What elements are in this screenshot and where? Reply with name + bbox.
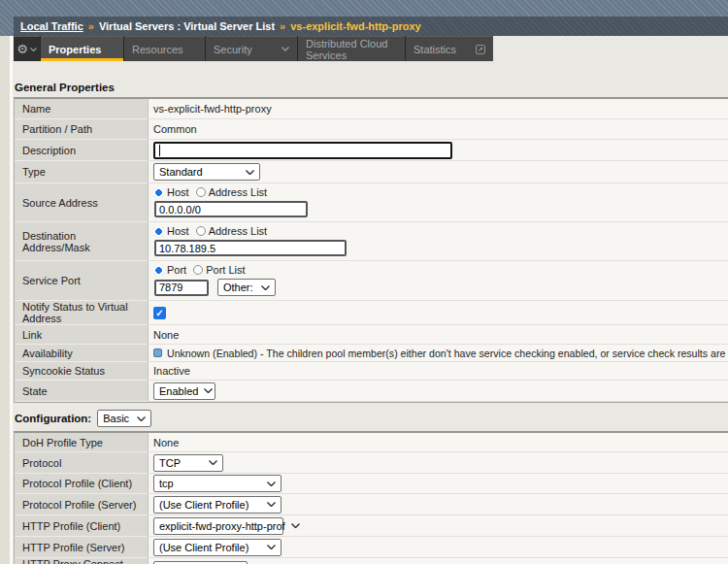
- tab-distributed-cloud-services[interactable]: Distributed Cloud Services: [298, 36, 405, 61]
- row-name: Name vs-explicit-fwd-http-proxy: [15, 99, 728, 119]
- row-description: Description: [15, 140, 728, 161]
- source-address-input[interactable]: [154, 201, 308, 217]
- breadcrumb-current-item: vs-explicit-fwd-http-proxy: [290, 20, 420, 32]
- chevron-down-icon: [281, 47, 289, 51]
- type-label: Type: [15, 161, 149, 183]
- row-doh-profile: DoH Profile Type None: [15, 433, 728, 452]
- chevron-down-icon: [291, 523, 300, 528]
- row-protocol-profile-server: Protocol Profile (Server) (Use Client Pr…: [15, 494, 728, 515]
- http-profile-server-label: HTTP Profile (Server): [15, 537, 149, 558]
- availability-value: Unknown (Enabled) - The children pool me…: [167, 348, 728, 359]
- row-destination-address: Destination Address/Mask Host Address Li…: [15, 222, 728, 261]
- tab-dcs-label: Distributed Cloud Services: [306, 38, 397, 61]
- protocol-select-value: TCP: [159, 457, 181, 469]
- row-partition: Partition / Path Common: [15, 119, 728, 140]
- row-notify-status: Notify Status to Virtual Address ✓: [15, 301, 728, 325]
- chevron-down-icon: [209, 460, 217, 465]
- external-link-icon: ↗: [476, 45, 485, 54]
- state-select-value: Enabled: [159, 385, 198, 397]
- configuration-heading: Configuration:: [15, 413, 91, 424]
- http-profile-client-select[interactable]: explicit-fwd-proxy-http-prof: [153, 517, 283, 535]
- state-select[interactable]: Enabled: [153, 382, 215, 400]
- tab-resources-label: Resources: [132, 44, 183, 55]
- row-service-port: Service Port Port Port List Other:: [15, 261, 728, 301]
- breadcrumb-separator: »: [280, 20, 285, 32]
- partition-value: Common: [149, 119, 728, 140]
- general-properties-table: Name vs-explicit-fwd-http-proxy Partitio…: [14, 97, 728, 403]
- link-label: Link: [15, 325, 149, 345]
- row-http-profile-server: HTTP Profile (Server) (Use Client Profil…: [15, 537, 728, 558]
- port-list-radio-label: Port List: [206, 264, 245, 276]
- notify-status-checkbox[interactable]: ✓: [153, 307, 166, 319]
- service-port-label: Service Port: [15, 261, 149, 301]
- protocol-profile-server-select[interactable]: (Use Client Profile): [153, 496, 281, 514]
- destination-host-radio[interactable]: [153, 226, 164, 237]
- row-type: Type Standard: [15, 161, 728, 183]
- port-type-select[interactable]: Other:: [217, 279, 276, 296]
- breadcrumb-virtual-server-list[interactable]: Virtual Servers : Virtual Server List: [99, 20, 275, 32]
- name-value: vs-explicit-fwd-http-proxy: [149, 99, 728, 119]
- http-proxy-connect-profile-label: HTTP Proxy Connect Profile: [15, 558, 149, 564]
- link-value: None: [149, 325, 728, 345]
- collapsed-nav-strip: [0, 36, 13, 564]
- source-address-list-radio-label: Address List: [209, 186, 268, 198]
- tab-resources[interactable]: Resources: [124, 36, 205, 61]
- source-host-radio-label: Host: [167, 186, 189, 198]
- protocol-label: Protocol: [15, 452, 149, 474]
- main-content: ⚙ Properties Resources Security Distribu…: [14, 36, 728, 564]
- row-link: Link None: [15, 325, 728, 345]
- availability-label: Availability: [15, 345, 149, 362]
- status-unknown-icon: [153, 348, 162, 357]
- protocol-profile-client-value: tcp: [159, 478, 174, 489]
- destination-host-radio-label: Host: [167, 225, 189, 237]
- protocol-profile-server-label: Protocol Profile (Server): [15, 494, 149, 515]
- tab-properties[interactable]: Properties: [41, 36, 123, 61]
- source-host-radio[interactable]: [153, 187, 164, 198]
- general-properties-heading: General Properties: [15, 82, 728, 93]
- tab-statistics[interactable]: Statistics ↗: [406, 36, 493, 61]
- protocol-profile-client-select[interactable]: tcp: [153, 475, 281, 492]
- state-label: State: [15, 381, 149, 402]
- description-input[interactable]: [153, 142, 452, 159]
- breadcrumb: Local Traffic » Virtual Servers : Virtua…: [14, 17, 728, 36]
- configuration-table: DoH Profile Type None Protocol TCP Proto…: [14, 431, 728, 564]
- port-radio[interactable]: [153, 265, 164, 276]
- partition-label: Partition / Path: [15, 119, 149, 140]
- row-http-proxy-connect-profile: HTTP Proxy Connect Profile None: [15, 558, 728, 564]
- destination-address-label: Destination Address/Mask: [15, 222, 149, 261]
- check-icon: ✓: [155, 308, 163, 318]
- row-source-address: Source Address Host Address List: [15, 183, 728, 222]
- chevron-down-icon: [267, 545, 276, 549]
- source-address-label: Source Address: [15, 183, 149, 222]
- http-profile-server-value: (Use Client Profile): [159, 542, 248, 553]
- source-address-list-radio[interactable]: [196, 187, 206, 197]
- chevron-down-icon: [267, 481, 276, 486]
- port-list-radio[interactable]: [193, 265, 203, 275]
- syncookie-label: Syncookie Status: [15, 362, 149, 381]
- chevron-down-icon: [246, 170, 254, 175]
- tab-properties-label: Properties: [49, 44, 101, 55]
- tab-security-label: Security: [214, 44, 252, 55]
- tab-statistics-label: Statistics: [414, 44, 456, 55]
- protocol-profile-client-label: Protocol Profile (Client): [15, 474, 149, 494]
- bigip-virtual-server-properties-screen: Local Traffic » Virtual Servers : Virtua…: [0, 0, 728, 564]
- type-select[interactable]: Standard: [153, 163, 260, 181]
- settings-gear-button[interactable]: ⚙: [14, 36, 40, 61]
- protocol-select[interactable]: TCP: [153, 454, 223, 472]
- chevron-down-icon: [261, 285, 270, 290]
- http-profile-server-select[interactable]: (Use Client Profile): [153, 539, 281, 556]
- text-cursor: [159, 145, 160, 156]
- configuration-level-select[interactable]: Basic: [97, 410, 151, 427]
- tab-security[interactable]: Security: [206, 36, 297, 61]
- row-http-profile-client: HTTP Profile (Client) explicit-fwd-proxy…: [15, 515, 728, 537]
- destination-address-list-radio-label: Address List: [209, 225, 268, 237]
- destination-address-list-radio[interactable]: [196, 226, 206, 236]
- breadcrumb-local-traffic[interactable]: Local Traffic: [20, 20, 83, 32]
- gear-icon: ⚙: [17, 43, 28, 55]
- row-protocol: Protocol TCP: [15, 452, 728, 474]
- doh-profile-value: None: [149, 433, 728, 452]
- destination-address-input[interactable]: [154, 240, 347, 256]
- description-label: Description: [15, 140, 149, 161]
- service-port-input[interactable]: [154, 280, 209, 296]
- chevron-down-icon: [267, 502, 276, 507]
